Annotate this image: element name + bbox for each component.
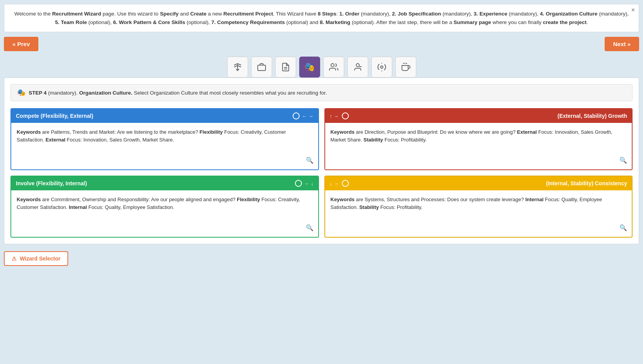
main-panel: 🎭 STEP 4 (mandatory). Organization Cultu… bbox=[4, 78, 639, 244]
culture-card-growth: ↑ → (External, Stability) Growth Keyword… bbox=[324, 108, 633, 170]
compete-title: Compete (Flexibility, External) bbox=[16, 113, 93, 119]
consistency-title: (Internal, Stability) Consistency bbox=[546, 180, 627, 186]
page-wrapper: × Welcome to the Recruitment Wizard page… bbox=[4, 4, 639, 360]
wizard-selector-icon: ⚠ bbox=[12, 255, 17, 262]
culture-card-compete: Compete (Flexibility, External) ← → Keyw… bbox=[10, 108, 319, 170]
growth-body-text: Keywords are Direction, Purpose and Blue… bbox=[331, 129, 613, 143]
svg-rect-1 bbox=[258, 65, 265, 71]
step-7-icon[interactable] bbox=[371, 57, 392, 78]
step-2-icon[interactable] bbox=[251, 57, 272, 78]
prev-button[interactable]: « Prev bbox=[4, 37, 38, 51]
svg-line-11 bbox=[384, 70, 384, 70]
compete-search-icon[interactable]: 🔍 bbox=[306, 156, 314, 166]
next-button[interactable]: Next » bbox=[605, 37, 639, 51]
growth-header[interactable]: ↑ → (External, Stability) Growth bbox=[325, 109, 632, 123]
step-1-icon[interactable] bbox=[227, 57, 248, 78]
svg-line-10 bbox=[379, 64, 379, 64]
involve-header[interactable]: Involve (Flexibility, Internal) ← ↓ bbox=[11, 176, 318, 190]
compete-body-text: Keywords are Patterns, Trends and Market… bbox=[17, 129, 286, 143]
svg-point-4 bbox=[331, 64, 334, 67]
involve-body-text: Keywords are Commitment, Ownership and R… bbox=[17, 197, 300, 210]
step-6-icon[interactable] bbox=[347, 57, 368, 78]
step-4-icon[interactable]: 🎭 bbox=[299, 57, 320, 78]
wizard-selector-button[interactable]: ⚠ Wizard Selector bbox=[4, 251, 68, 266]
step-5-icon[interactable] bbox=[323, 57, 344, 78]
culture-card-consistency: ↓ → (Internal, Stability) Consistency Ke… bbox=[324, 176, 633, 238]
svg-point-5 bbox=[356, 64, 359, 67]
step-header: 🎭 STEP 4 (mandatory). Organization Cultu… bbox=[10, 84, 633, 101]
compete-body: Keywords are Patterns, Trends and Market… bbox=[11, 123, 318, 169]
involve-body: Keywords are Commitment, Ownership and R… bbox=[11, 190, 318, 237]
involve-title: Involve (Flexibility, Internal) bbox=[16, 180, 87, 186]
consistency-radio[interactable] bbox=[342, 180, 349, 187]
info-box: × Welcome to the Recruitment Wizard page… bbox=[4, 4, 639, 32]
involve-arrows: ← ↓ bbox=[304, 181, 313, 186]
step-8-icon[interactable] bbox=[395, 57, 416, 78]
growth-search-icon[interactable]: 🔍 bbox=[619, 156, 627, 166]
compete-radio[interactable] bbox=[293, 112, 300, 119]
svg-point-7 bbox=[381, 66, 383, 68]
growth-arrows: ↑ → bbox=[330, 113, 339, 119]
wizard-selector-label: Wizard Selector bbox=[20, 255, 60, 262]
step-header-text: STEP 4 (mandatory). Organization Culture… bbox=[29, 90, 327, 96]
involve-search-icon[interactable]: 🔍 bbox=[306, 223, 314, 233]
involve-radio[interactable] bbox=[295, 180, 302, 187]
culture-card-involve: Involve (Flexibility, Internal) ← ↓ Keyw… bbox=[10, 176, 319, 238]
consistency-body: Keywords are Systems, Structures and Pro… bbox=[325, 190, 632, 237]
consistency-arrows: ↓ → bbox=[330, 181, 339, 186]
step-3-icon[interactable] bbox=[275, 57, 296, 78]
close-button[interactable]: × bbox=[631, 7, 635, 14]
cultures-grid: Compete (Flexibility, External) ← → Keyw… bbox=[10, 108, 633, 238]
compete-header[interactable]: Compete (Flexibility, External) ← → bbox=[11, 109, 318, 123]
growth-body: Keywords are Direction, Purpose and Blue… bbox=[325, 123, 632, 169]
step-header-icon: 🎭 bbox=[17, 88, 26, 97]
growth-radio[interactable] bbox=[342, 112, 349, 119]
info-text: Welcome to the Recruitment Wizard page. … bbox=[14, 11, 629, 25]
consistency-header[interactable]: ↓ → (Internal, Stability) Consistency bbox=[325, 176, 632, 190]
compete-arrows: ← → bbox=[302, 113, 314, 119]
wizard-steps: 🎭 bbox=[4, 57, 639, 78]
growth-title: (External, Stability) Growth bbox=[557, 113, 627, 119]
consistency-search-icon[interactable]: 🔍 bbox=[619, 223, 627, 233]
navigation-row: « Prev Next » bbox=[4, 37, 639, 51]
consistency-body-text: Keywords are Systems, Structures and Pro… bbox=[331, 197, 602, 210]
